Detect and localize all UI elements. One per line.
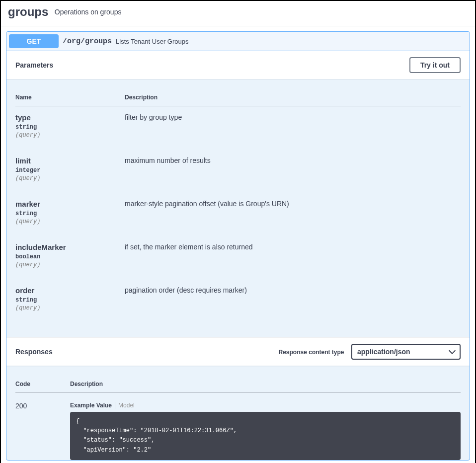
response-description-cell: Example ValueModel{ "responseTime": "201… [70, 393, 461, 460]
table-row: typestring(query)filter by group type [15, 106, 461, 150]
param-in: (query) [15, 218, 125, 225]
parameters-heading: Parameters [15, 61, 53, 69]
response-content-type-label: Response content type [279, 349, 344, 356]
col-name: Name [15, 89, 125, 106]
tag-description: Operations on groups [55, 8, 122, 16]
table-row: limitinteger(query)maximum number of res… [15, 150, 461, 193]
tab-model[interactable]: Model [115, 402, 138, 409]
operation-path: /org/groups [63, 37, 112, 46]
example-value-code: { "responseTime": "2018-02-01T16:22:31.0… [70, 412, 461, 460]
table-row: includeMarkerboolean(query)if set, the m… [15, 236, 461, 279]
param-type: string [15, 210, 125, 217]
param-type: boolean [15, 253, 125, 260]
table-row: 200Example ValueModel{ "responseTime": "… [15, 393, 461, 460]
responses-header: Responses Response content type applicat… [6, 337, 470, 366]
param-in: (query) [15, 261, 125, 268]
param-in: (query) [15, 132, 125, 139]
operation-block: GET /org/groups Lists Tenant User Groups… [6, 31, 470, 461]
param-description: marker-style pagination offset (value is… [125, 193, 461, 236]
response-content-type-select[interactable]: application/json [351, 344, 461, 360]
operation-summary-row[interactable]: GET /org/groups Lists Tenant User Groups [6, 32, 470, 51]
responses-table: Code Description 200Example ValueModel{ … [15, 376, 461, 460]
param-type: integer [15, 167, 125, 174]
param-type: string [15, 297, 125, 304]
param-type: string [15, 124, 125, 131]
param-description: filter by group type [125, 106, 461, 150]
param-name: marker [15, 200, 125, 208]
param-description: if set, the marker element is also retur… [125, 236, 461, 279]
param-name: limit [15, 156, 125, 165]
col-code: Code [15, 376, 70, 393]
param-in: (query) [15, 305, 125, 311]
tag-header[interactable]: groups Operations on groups [1, 1, 475, 26]
table-row: markerstring(query)marker-style paginati… [15, 193, 461, 236]
parameters-table: Name Description typestring(query)filter… [15, 89, 461, 322]
tab-example-value[interactable]: Example Value [70, 402, 115, 409]
col-description: Description [125, 89, 461, 106]
param-in: (query) [15, 175, 125, 182]
http-method-badge: GET [9, 34, 59, 48]
try-it-out-button[interactable]: Try it out [409, 57, 461, 73]
tag-name: groups [8, 5, 48, 18]
param-description: pagination order (desc requires marker) [125, 279, 461, 322]
responses-heading: Responses [15, 348, 53, 356]
table-row: orderstring(query)pagination order (desc… [15, 279, 461, 322]
param-name: includeMarker [15, 243, 125, 251]
col-resp-description: Description [70, 376, 461, 393]
operation-summary: Lists Tenant User Groups [116, 38, 188, 45]
parameters-header: Parameters Try it out [6, 51, 470, 79]
param-description: maximum number of results [125, 150, 461, 193]
param-name: order [15, 286, 125, 295]
param-name: type [15, 113, 125, 122]
response-code: 200 [15, 393, 70, 460]
